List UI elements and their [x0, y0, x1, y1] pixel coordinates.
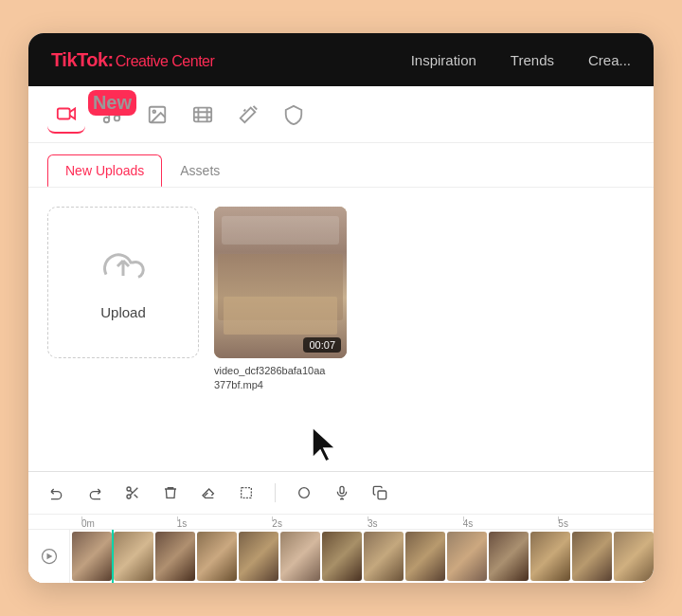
timeline-divider [275, 483, 276, 502]
frame-4 [197, 532, 237, 581]
video-thumb-image [214, 207, 347, 358]
toolbar-video-icon[interactable] [47, 96, 85, 134]
svg-point-1 [104, 117, 110, 122]
frame-14 [614, 532, 654, 581]
svg-rect-0 [58, 108, 70, 118]
upload-label: Upload [100, 304, 146, 320]
undo-button[interactable] [44, 480, 70, 506]
copy-button[interactable] [367, 480, 393, 506]
nav-trends[interactable]: Trends [511, 52, 554, 68]
cursor-arrow [309, 424, 343, 469]
timeline-area: 0m 1s 2s 3s 4s 5s [28, 471, 654, 583]
toolbar-image-icon[interactable] [138, 96, 176, 134]
svg-point-4 [153, 110, 155, 113]
topnav: TikTok:Creative Center Inspiration Trend… [28, 33, 654, 86]
ruler-1s: 1s [177, 518, 273, 529]
circle-button[interactable] [291, 480, 317, 506]
logo-text: TikTok:Creative Center [51, 49, 214, 71]
timeline-track [28, 530, 654, 583]
svg-point-11 [127, 487, 131, 491]
svg-rect-5 [194, 107, 211, 121]
timeline-frames[interactable] [70, 530, 654, 583]
tabbar: New Uploads Assets [28, 143, 654, 187]
playhead [112, 530, 114, 583]
cut-button[interactable] [119, 480, 146, 506]
svg-point-12 [127, 495, 131, 498]
redo-button[interactable] [81, 480, 108, 506]
toolbar-film-icon[interactable] [184, 96, 222, 134]
toolbar-magic-icon[interactable] [229, 96, 267, 134]
logo-colon: : [108, 49, 114, 70]
upload-card[interactable]: Upload [47, 207, 199, 358]
svg-rect-18 [378, 491, 386, 499]
tab-new-uploads[interactable]: New Uploads [47, 154, 162, 188]
frame-13 [572, 532, 612, 581]
video-time-badge: 00:07 [303, 337, 341, 353]
frame-3 [155, 532, 195, 581]
svg-point-14 [299, 488, 310, 498]
topnav-links: Inspiration Trends Crea... [411, 52, 631, 68]
media-grid: Upload 00:07 video_dcf3286bafa10aa [28, 188, 654, 471]
tab-assets[interactable]: Assets [162, 154, 238, 187]
frame-12 [530, 532, 570, 581]
ruler-4s: 4s [463, 518, 559, 529]
mic-button[interactable] [329, 480, 355, 506]
toolbar-music-icon[interactable]: New [93, 96, 131, 134]
frame-9 [405, 532, 445, 581]
frame-5 [239, 532, 278, 581]
toolbar-layers-icon[interactable] [275, 96, 313, 134]
nav-create[interactable]: Crea... [588, 52, 631, 68]
frame-7 [322, 532, 362, 581]
app-window: TikTok:Creative Center Inspiration Trend… [28, 33, 654, 583]
frame-1 [72, 532, 112, 581]
ruler-0m: 0m [81, 518, 177, 529]
video-filename: video_dcf3286bafa10aa 377bf.mp4 [214, 364, 325, 393]
frame-8 [364, 532, 404, 581]
upload-icon [100, 245, 146, 295]
frame-2 [114, 532, 153, 581]
video-thumbnail[interactable]: 00:07 [214, 207, 347, 358]
toolbar: New [28, 86, 654, 143]
logo-subtitle: Creative Center [116, 53, 215, 69]
track-icon [28, 530, 70, 583]
erase-button[interactable] [195, 480, 222, 506]
timeline-ruler: 0m 1s 2s 3s 4s 5s [28, 515, 654, 530]
content-area: Upload 00:07 video_dcf3286bafa10aa [28, 187, 654, 471]
svg-point-2 [115, 115, 120, 120]
svg-rect-13 [242, 488, 252, 498]
new-badge: New [88, 90, 136, 116]
video-item: 00:07 video_dcf3286bafa10aa 377bf.mp4 [214, 207, 347, 460]
frame-6 [280, 532, 320, 581]
frame-10 [447, 532, 487, 581]
logo-tiktok: TikTok [51, 49, 108, 70]
timeline-controls [28, 472, 654, 515]
ruler-2s: 2s [272, 518, 368, 529]
frame-11 [489, 532, 529, 581]
nav-inspiration[interactable]: Inspiration [411, 52, 476, 68]
svg-rect-15 [340, 486, 344, 493]
crop-button[interactable] [233, 480, 260, 506]
ruler-3s: 3s [368, 518, 463, 529]
delete-button[interactable] [157, 480, 184, 506]
ruler-5s: 5s [558, 518, 654, 529]
logo: TikTok:Creative Center [51, 49, 214, 71]
frame-strip [70, 530, 654, 583]
